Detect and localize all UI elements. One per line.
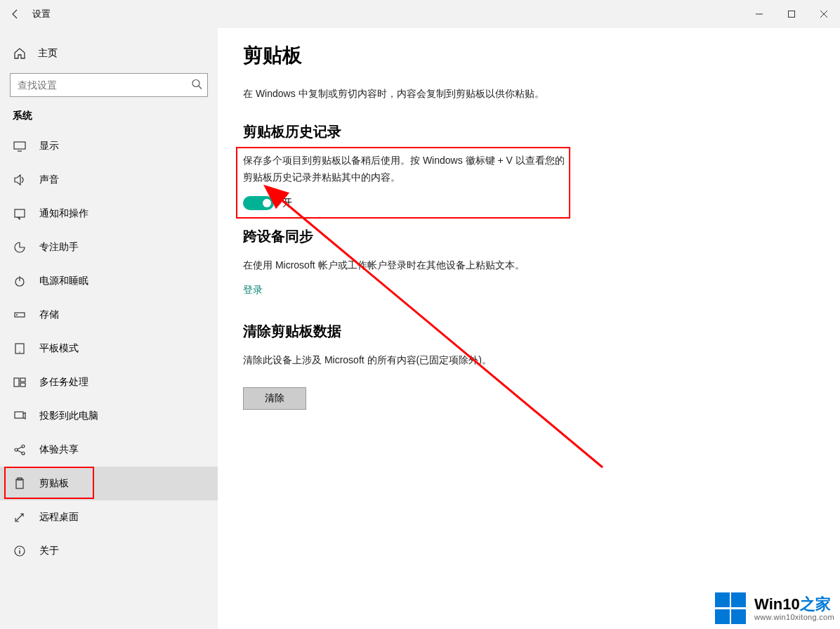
titlebar: 设置 (0, 0, 840, 28)
svg-point-10 (16, 314, 18, 316)
sidebar-section-label: 系统 (0, 110, 218, 129)
sidebar: 主页 系统 显示 声音 通知和操作 专注助手 (0, 28, 218, 629)
sidebar-item-label: 专注助手 (39, 241, 79, 254)
svg-point-2 (192, 80, 199, 87)
sidebar-item-label: 平板模式 (39, 342, 79, 355)
content-container: 主页 系统 显示 声音 通知和操作 专注助手 (0, 28, 840, 629)
window-title: 设置 (32, 8, 51, 20)
sidebar-item-label: 通知和操作 (39, 207, 88, 220)
sidebar-item-label: 关于 (39, 545, 59, 557)
display-icon (13, 139, 27, 153)
sidebar-nav: 显示 声音 通知和操作 专注助手 电源和睡眠 存储 (0, 129, 218, 568)
watermark-text: Win10之家 www.win10xitong.com (754, 596, 834, 621)
sidebar-item-notifications[interactable]: 通知和操作 (0, 197, 218, 231)
clear-desc: 清除此设备上涉及 Microsoft 的所有内容(已固定项除外)。 (243, 352, 566, 369)
sidebar-item-label: 多任务处理 (39, 376, 88, 389)
share-icon (13, 443, 27, 457)
svg-rect-16 (15, 412, 23, 418)
watermark-brand-zh: 之家 (800, 595, 831, 613)
sidebar-item-about[interactable]: 关于 (0, 534, 218, 568)
sidebar-item-sound[interactable]: 声音 (0, 163, 218, 197)
back-button[interactable] (0, 0, 31, 28)
sidebar-item-power[interactable]: 电源和睡眠 (0, 264, 218, 298)
search-input[interactable] (10, 73, 208, 97)
watermark-brand-en: Win10 (754, 595, 800, 613)
sidebar-item-multitask[interactable]: 多任务处理 (0, 365, 218, 399)
sidebar-item-label: 显示 (39, 140, 59, 153)
sidebar-item-label: 存储 (39, 309, 59, 321)
home-button[interactable]: 主页 (0, 39, 218, 67)
storage-icon (13, 308, 27, 322)
multitask-icon (13, 375, 27, 389)
sidebar-item-label: 剪贴板 (39, 477, 69, 490)
history-toggle-row: 开 (243, 196, 573, 210)
remote-icon (13, 510, 27, 524)
section-clear: 清除剪贴板数据 清除此设备上涉及 Microsoft 的所有内容(已固定项除外)… (243, 322, 840, 410)
sidebar-item-tablet[interactable]: 平板模式 (0, 332, 218, 365)
svg-rect-6 (15, 209, 25, 217)
sync-login-link[interactable]: 登录 (243, 284, 263, 295)
svg-line-3 (199, 86, 202, 89)
svg-rect-1 (789, 11, 795, 18)
history-toggle-label: 开 (282, 197, 292, 209)
sidebar-item-label: 电源和睡眠 (39, 275, 88, 287)
home-icon (13, 46, 27, 60)
toggle-knob (263, 199, 271, 207)
svg-point-26 (19, 548, 20, 550)
sidebar-item-label: 投影到此电脑 (39, 410, 98, 422)
home-label: 主页 (38, 47, 58, 60)
svg-line-20 (18, 447, 22, 449)
sidebar-item-remote[interactable]: 远程桌面 (0, 500, 218, 534)
sync-heading: 跨设备同步 (243, 227, 840, 246)
svg-point-17 (15, 448, 18, 451)
section-sync: 跨设备同步 在使用 Microsoft 帐户或工作帐户登录时在其他设备上粘贴文本… (243, 227, 840, 297)
focus-icon (13, 240, 27, 254)
watermark-url: www.win10xitong.com (754, 613, 834, 621)
sidebar-item-clipboard[interactable]: 剪贴板 (0, 467, 218, 500)
window-controls (743, 0, 840, 28)
page-title: 剪贴板 (243, 42, 840, 69)
notifications-icon (13, 207, 27, 221)
search-box[interactable] (10, 73, 208, 97)
maximize-icon (787, 10, 796, 18)
search-icon (191, 79, 202, 92)
close-button[interactable] (808, 0, 840, 28)
minimize-button[interactable] (743, 0, 775, 28)
power-icon (13, 274, 27, 288)
watermark: Win10之家 www.win10xitong.com (709, 588, 840, 629)
sync-desc: 在使用 Microsoft 帐户或工作帐户登录时在其他设备上粘贴文本。 (243, 257, 566, 274)
svg-point-12 (19, 351, 20, 353)
svg-rect-14 (20, 378, 25, 382)
svg-rect-22 (16, 479, 23, 488)
section-history: 剪贴板历史记录 保存多个项目到剪贴板以备稍后使用。按 Windows 徽标键 +… (243, 122, 840, 210)
svg-rect-4 (14, 142, 25, 149)
sound-icon (13, 173, 27, 187)
sidebar-item-storage[interactable]: 存储 (0, 298, 218, 332)
clipboard-icon (13, 476, 27, 491)
arrow-left-icon (10, 8, 21, 20)
tablet-icon (13, 342, 27, 356)
project-icon (13, 409, 27, 423)
sidebar-item-focus[interactable]: 专注助手 (0, 231, 218, 264)
sidebar-item-project[interactable]: 投影到此电脑 (0, 399, 218, 433)
maximize-button[interactable] (775, 0, 808, 28)
about-icon (13, 544, 27, 558)
windows-logo-icon (715, 592, 747, 625)
minimize-icon (755, 10, 763, 18)
history-desc: 保存多个项目到剪贴板以备稍后使用。按 Windows 徽标键 + V 以查看您的… (243, 153, 566, 186)
history-toggle[interactable] (243, 196, 274, 210)
svg-point-19 (22, 452, 25, 455)
sidebar-item-label: 体验共享 (39, 443, 79, 456)
history-heading: 剪贴板历史记录 (243, 122, 840, 141)
page-intro: 在 Windows 中复制或剪切内容时，内容会复制到剪贴板以供你粘贴。 (243, 86, 840, 101)
svg-rect-13 (14, 378, 19, 387)
clear-button[interactable]: 清除 (243, 387, 306, 410)
sidebar-item-display[interactable]: 显示 (0, 129, 218, 163)
sidebar-item-share[interactable]: 体验共享 (0, 433, 218, 467)
svg-point-18 (22, 445, 25, 448)
clear-heading: 清除剪贴板数据 (243, 322, 840, 341)
close-icon (820, 10, 828, 18)
svg-rect-15 (20, 383, 25, 387)
sidebar-item-label: 远程桌面 (39, 511, 79, 524)
svg-line-21 (18, 450, 22, 453)
